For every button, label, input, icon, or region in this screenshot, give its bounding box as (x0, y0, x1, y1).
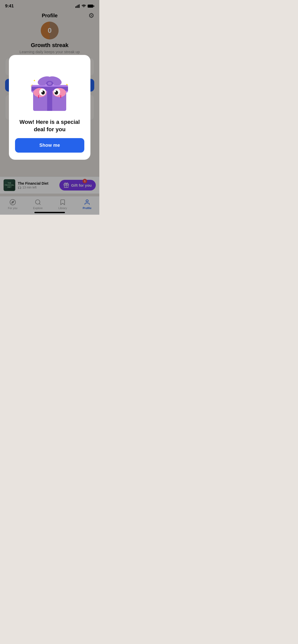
svg-point-23 (41, 91, 43, 92)
svg-rect-11 (47, 91, 52, 111)
modal-dialog: ✦ ✦ ✦ (9, 55, 90, 160)
svg-text:✦: ✦ (33, 79, 36, 82)
svg-rect-26 (38, 95, 39, 98)
svg-rect-25 (48, 94, 51, 95)
svg-rect-27 (60, 95, 61, 98)
show-me-button[interactable]: Show me (15, 138, 84, 153)
modal-overlay: ✦ ✦ ✦ (0, 0, 99, 215)
gift-svg: ✦ ✦ ✦ (24, 63, 75, 113)
gift-illustration: ✦ ✦ ✦ (24, 63, 75, 113)
svg-point-24 (55, 91, 56, 92)
svg-point-16 (48, 82, 52, 85)
modal-heading: Wow! Here is a special deal for you (15, 119, 84, 133)
